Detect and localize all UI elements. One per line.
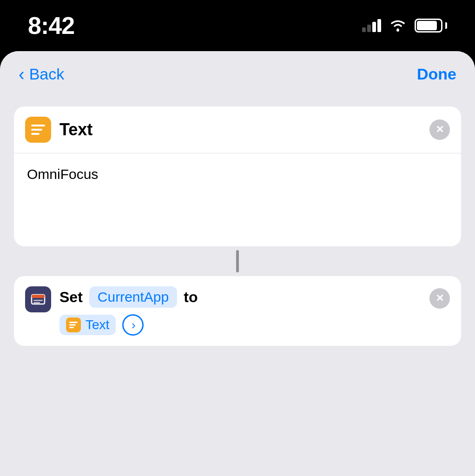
set-variable-card: Set CurrentApp to xyxy=(14,276,461,346)
text-content-card[interactable]: OmniFocus xyxy=(14,153,461,246)
text-action-card: Text ✕ xyxy=(14,106,461,153)
text-action-group: Text ✕ OmniFocus xyxy=(14,106,461,246)
text-action-close-button[interactable]: ✕ xyxy=(429,119,450,140)
status-bar: 8:42 91 xyxy=(0,0,475,51)
nav-bar: ‹ Back Done xyxy=(0,51,475,93)
set-row1: Set CurrentApp to xyxy=(59,286,422,308)
action-title-row: Text xyxy=(25,117,92,143)
svg-rect-3 xyxy=(31,133,40,135)
close-icon: ✕ xyxy=(435,125,444,135)
svg-rect-9 xyxy=(69,324,76,326)
set-action-app-icon xyxy=(25,286,51,312)
text-pill-label: Text xyxy=(86,317,109,332)
battery-icon: 91 xyxy=(415,19,447,33)
content-area: Text ✕ OmniFocus xyxy=(0,93,475,360)
arrow-right-icon: › xyxy=(132,318,136,332)
signal-icon xyxy=(362,19,381,32)
wifi-icon xyxy=(389,19,406,32)
text-action-title: Text xyxy=(59,120,92,139)
text-pill-icon xyxy=(66,317,81,332)
drag-handle xyxy=(14,246,461,276)
set-label: Set xyxy=(59,289,83,306)
to-label: to xyxy=(184,289,198,306)
set-card-inner: Set CurrentApp to xyxy=(25,286,450,336)
svg-rect-8 xyxy=(69,322,78,323)
back-button[interactable]: ‹ Back xyxy=(19,65,64,83)
variable-pill[interactable]: CurrentApp xyxy=(89,286,177,308)
back-label: Back xyxy=(29,65,65,83)
svg-rect-6 xyxy=(33,300,43,301)
close-icon: ✕ xyxy=(435,293,444,304)
status-time: 8:42 xyxy=(28,12,74,40)
text-action-icon xyxy=(25,117,51,143)
app-container: ‹ Back Done xyxy=(0,51,475,476)
text-content-value: OmniFocus xyxy=(27,166,98,182)
back-chevron-icon: ‹ xyxy=(19,66,25,83)
status-icons: 91 xyxy=(362,19,447,33)
svg-rect-10 xyxy=(69,327,74,328)
set-content: Set CurrentApp to xyxy=(59,286,422,336)
expand-button[interactable]: › xyxy=(122,314,144,336)
svg-rect-1 xyxy=(31,125,45,126)
svg-point-0 xyxy=(396,29,399,32)
text-action-header: Text ✕ xyxy=(14,106,461,153)
svg-rect-2 xyxy=(31,129,42,131)
set-row2: Text › xyxy=(59,314,422,336)
svg-rect-7 xyxy=(33,302,40,304)
done-button[interactable]: Done xyxy=(417,65,456,83)
text-pill[interactable]: Text xyxy=(59,315,116,335)
set-action-close-button[interactable]: ✕ xyxy=(429,288,450,309)
drag-line xyxy=(236,250,239,272)
variable-name: CurrentApp xyxy=(98,289,169,305)
svg-rect-5 xyxy=(32,295,45,298)
